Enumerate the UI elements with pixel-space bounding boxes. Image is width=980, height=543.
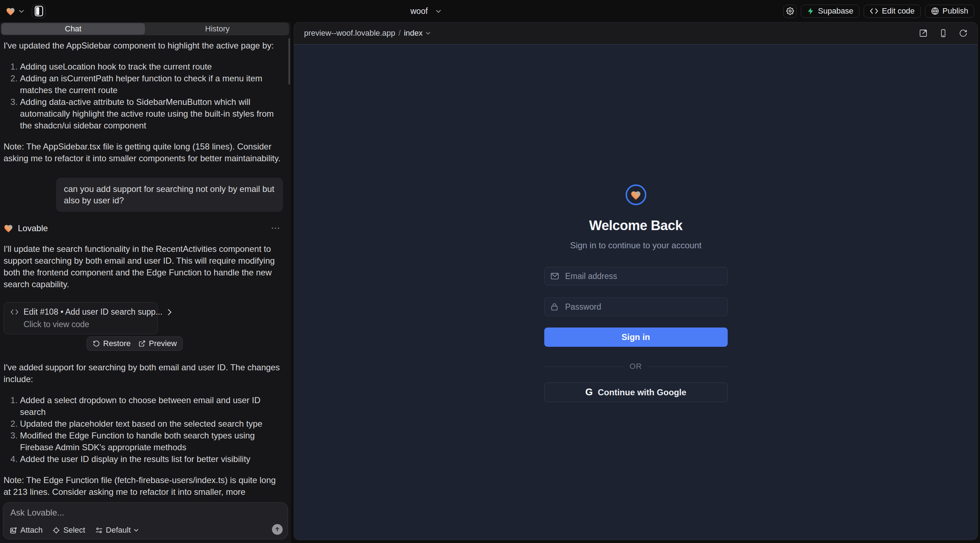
message-options-icon[interactable]: ⋯	[271, 222, 282, 234]
topbar-actions: Supabase Edit code Publish	[783, 0, 974, 22]
attach-button[interactable]: Attach	[10, 526, 43, 535]
lovable-logo-icon[interactable]	[6, 7, 15, 16]
open-in-new-tab-icon[interactable]	[919, 29, 928, 38]
signin-card: Welcome Back Sign in to continue to your…	[544, 184, 728, 402]
assistant-message-list: Adding useLocation hook to track the cur…	[3, 61, 283, 131]
supabase-button[interactable]: Supabase	[801, 5, 859, 18]
google-g-icon: G	[585, 387, 593, 398]
email-field-wrapper	[544, 267, 728, 286]
publish-button[interactable]: Publish	[925, 5, 974, 18]
settings-button[interactable]	[783, 5, 797, 18]
list-item: Adding an isCurrentPath helper function …	[20, 72, 283, 96]
assistant-message-note: Note: The AppSidebar.tsx file is getting…	[3, 141, 283, 164]
preview-url-host: preview--woof.lovable.app	[304, 29, 395, 38]
assistant-message-intro-2: I'll update the search functionality in …	[3, 243, 283, 290]
list-item: Added the user ID display in the results…	[20, 453, 283, 465]
continue-with-google-button[interactable]: G Continue with Google	[544, 383, 728, 402]
mobile-view-icon[interactable]	[939, 29, 948, 38]
app-preview-viewport: Welcome Back Sign in to continue to your…	[294, 44, 977, 540]
or-divider: OR	[544, 362, 728, 371]
supabase-bolt-icon	[807, 7, 815, 15]
chevron-down-icon	[134, 529, 138, 532]
signin-subheading: Sign in to continue to your account	[570, 240, 701, 251]
user-message-bubble: can you add support for searching not on…	[56, 178, 283, 212]
preview-url-separator: /	[399, 29, 401, 38]
external-link-icon	[138, 340, 146, 347]
password-field-wrapper	[544, 297, 728, 316]
sliders-icon	[95, 527, 103, 534]
list-item: Added a select dropdown to choose betwee…	[20, 394, 283, 418]
select-label: Select	[63, 526, 85, 535]
heart-icon	[630, 190, 641, 200]
code-icon	[870, 8, 878, 14]
edit-code-button[interactable]: Edit code	[864, 5, 921, 18]
lock-icon	[550, 303, 558, 311]
code-icon	[10, 309, 19, 315]
chat-scrollbar-thumb[interactable]	[288, 38, 290, 84]
publish-label: Publish	[943, 6, 968, 16]
preview-toolbar: preview--woof.lovable.app / index	[294, 22, 977, 44]
edit-code-label: Edit code	[882, 6, 915, 16]
assistant-name: Lovable	[18, 223, 48, 233]
email-field[interactable]	[544, 267, 728, 286]
supabase-label: Supabase	[818, 6, 853, 16]
workspace-chevron-down-icon[interactable]	[19, 10, 24, 13]
version-actions: Restore Preview	[87, 337, 183, 351]
google-button-label: Continue with Google	[598, 387, 686, 397]
password-field[interactable]	[544, 297, 728, 316]
sign-in-button[interactable]: Sign in	[544, 327, 728, 347]
chat-panel: Chat History I've updated the AppSidebar…	[0, 22, 291, 543]
preview-url-page: index	[404, 29, 423, 38]
restore-icon	[93, 340, 100, 347]
attach-image-icon	[10, 527, 17, 534]
mode-selector[interactable]: Default	[95, 526, 139, 535]
assistant-message-list-2: Added a select dropdown to choose betwee…	[3, 394, 283, 465]
attach-label: Attach	[20, 526, 43, 535]
restore-button[interactable]: Restore	[93, 339, 130, 348]
chat-input[interactable]	[10, 508, 264, 522]
topbar-left	[6, 0, 46, 22]
route-chevron-down-icon	[426, 32, 430, 35]
assistant-header: Lovable ⋯	[3, 222, 283, 234]
list-item: Adding useLocation hook to track the cur…	[20, 61, 283, 72]
app-logo	[625, 184, 646, 205]
arrow-up-icon	[274, 527, 280, 532]
edit-card-subtitle: Click to view code	[24, 320, 151, 329]
divider-line	[649, 367, 728, 367]
restore-label: Restore	[103, 339, 130, 348]
mode-label: Default	[106, 526, 131, 535]
sidebar-toggle-button[interactable]	[32, 4, 46, 18]
edit-card-title: Edit #108 • Add user ID search supp...	[24, 307, 162, 317]
preview-panel: preview--woof.lovable.app / index	[294, 22, 978, 540]
lovable-app-window: woof Supabase Edit code	[0, 0, 980, 543]
chat-messages: I've updated the AppSidebar component to…	[0, 40, 288, 499]
chevron-right-icon	[167, 309, 172, 316]
send-button[interactable]	[272, 524, 283, 535]
assistant-message-intro: I've updated the AppSidebar component to…	[3, 40, 283, 51]
gear-icon	[786, 7, 794, 15]
list-item: Adding data-active attribute to SidebarM…	[20, 96, 283, 131]
project-switcher[interactable]: woof	[410, 0, 441, 22]
select-target-icon	[52, 527, 60, 534]
divider-line	[544, 367, 624, 367]
select-button[interactable]: Select	[52, 526, 85, 535]
preview-url[interactable]: preview--woof.lovable.app / index	[304, 29, 430, 38]
preview-button[interactable]: Preview	[138, 339, 177, 348]
assistant-message-note-2: Note: The Edge Function file (fetch-fire…	[3, 474, 283, 499]
signin-heading: Welcome Back	[589, 218, 683, 233]
topbar: woof Supabase Edit code	[0, 0, 980, 22]
mail-icon	[550, 273, 559, 280]
composer-tools: Attach Select Default	[10, 526, 138, 535]
assistant-message-body: I've added support for searching by both…	[3, 361, 283, 385]
preview-label: Preview	[149, 339, 177, 348]
refresh-icon[interactable]	[959, 29, 967, 38]
tab-history[interactable]: History	[146, 22, 289, 35]
list-item: Modified the Edge Function to handle bot…	[20, 430, 283, 453]
composer: Attach Select Default	[3, 502, 288, 540]
list-item: Updated the placeholder text based on th…	[20, 418, 283, 430]
divider-label: OR	[630, 362, 642, 371]
edit-version-card[interactable]: Edit #108 • Add user ID search supp... C…	[3, 302, 158, 334]
tab-chat[interactable]: Chat	[2, 23, 145, 35]
globe-icon	[931, 7, 939, 15]
preview-tools	[919, 29, 967, 38]
